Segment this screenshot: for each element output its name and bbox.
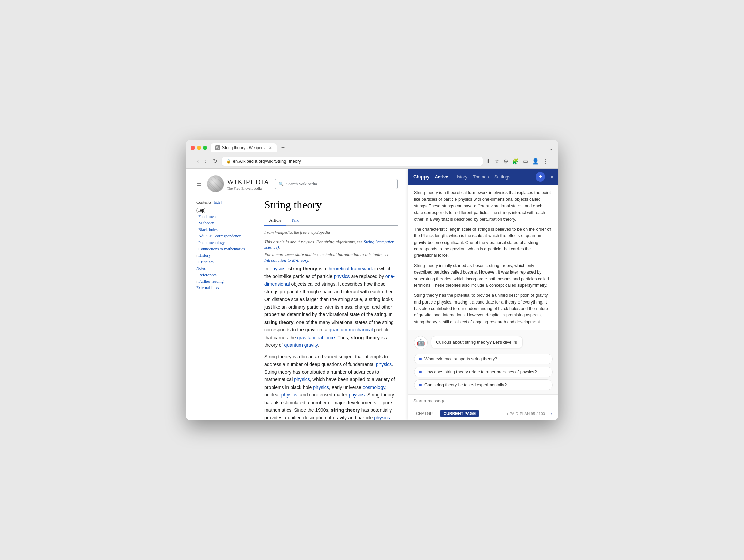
suggestion-button[interactable]: What evidence supports string theory? (414, 354, 553, 364)
toc-link[interactable]: External links (196, 285, 219, 290)
physics-link[interactable]: physics (294, 377, 310, 382)
toc-list: (Top)›Fundamentals›M-theory›Black holes›… (196, 207, 259, 291)
reload-button[interactable]: ↻ (212, 157, 219, 165)
chippy-tab-active[interactable]: Active (435, 174, 448, 180)
title-bar-top: W String theory - Wikipedia ✕ + ⌄ (191, 143, 553, 152)
translate-icon[interactable]: ⊕ (503, 158, 508, 165)
summary-paragraph: The characteristic length scale of strin… (414, 226, 553, 259)
string-algorithms-link[interactable]: String (computer science) (264, 239, 394, 250)
page-content: ☰ WIKIPEDIA The Free Encyclopedia 🔍 Sear… (186, 169, 558, 420)
sidebar-icon[interactable]: ▭ (523, 158, 528, 165)
cosmology-link[interactable]: cosmology (363, 385, 385, 390)
wiki-subtitle: The Free Encyclopedia (227, 186, 269, 190)
address-input[interactable]: 🔒 en.wikipedia.org/wiki/String_theory (222, 157, 483, 166)
more-icon[interactable]: ⋮ (543, 158, 548, 165)
summary-paragraph: String theory initially started as boson… (414, 263, 553, 289)
browser-actions: ⬆ ☆ ⊕ 🧩 ▭ 👤 ⋮ (486, 158, 548, 165)
share-icon[interactable]: ⬆ (486, 158, 491, 165)
toc-item[interactable]: ›References (196, 272, 259, 278)
tab-talk[interactable]: Talk (286, 216, 304, 226)
current-page-mode-button[interactable]: CURRENT PAGE (440, 410, 478, 417)
active-tab[interactable]: W String theory - Wikipedia ✕ (211, 143, 277, 152)
physics-link[interactable]: physics (374, 415, 390, 420)
toc-link[interactable]: Phenomenology (198, 240, 225, 245)
quantum-gravity-link[interactable]: quantum gravity (284, 342, 318, 348)
toc-link[interactable]: Black holes (198, 227, 217, 232)
toc-item[interactable]: ›History (196, 252, 259, 259)
article-from: From Wikipedia, the free encyclopedia (264, 230, 398, 235)
toc-link[interactable]: History (198, 253, 211, 258)
toc-expand-icon: › (196, 273, 197, 277)
send-button[interactable]: → (548, 410, 553, 417)
tab-bar: W String theory - Wikipedia ✕ + (211, 143, 545, 152)
toc-item[interactable]: ›Criticism (196, 259, 259, 265)
hamburger-menu[interactable]: ☰ (196, 180, 202, 188)
toc-link[interactable]: Connections to mathematics (198, 247, 245, 251)
toc-item[interactable]: ›Phenomenology (196, 239, 259, 246)
chippy-tab-themes[interactable]: Themes (473, 174, 489, 180)
chippy-collapse-button[interactable]: » (551, 174, 553, 180)
chippy-footer: CHATGPT CURRENT PAGE + PAID PLAN 95 / 10… (408, 407, 558, 420)
toc-link[interactable]: References (198, 273, 216, 277)
wiki-search[interactable]: 🔍 Search Wikipedia (275, 179, 398, 189)
toc-item[interactable]: External links (196, 285, 259, 291)
suggestion-button[interactable]: Can string theory be tested experimental… (414, 379, 553, 390)
toc-item[interactable]: ›Further reading (196, 278, 259, 285)
chippy-header: Chippy Active History Themes Settings + … (408, 169, 558, 185)
summary-paragraph: String theory has the potential to provi… (414, 292, 553, 325)
chippy-tab-settings[interactable]: Settings (494, 174, 510, 180)
chippy-tab-history[interactable]: History (453, 174, 467, 180)
chippy-greeting-bubble: Curious about string theory? Let's dive … (431, 336, 523, 348)
physics-link[interactable]: physics (334, 274, 350, 279)
toc-hide-link[interactable]: [hide] (213, 200, 222, 204)
one-dimensional-link[interactable]: one-dimensional (264, 274, 395, 286)
maximize-button[interactable] (203, 146, 207, 150)
tab-close-button[interactable]: ✕ (269, 146, 272, 150)
suggestions-list: What evidence supports string theory?How… (414, 354, 553, 390)
wiki-content: ☰ WIKIPEDIA The Free Encyclopedia 🔍 Sear… (186, 169, 408, 420)
toc-link[interactable]: AdS/CFT correspondence (198, 234, 241, 238)
physics-link[interactable]: physics (281, 392, 297, 398)
toc-link[interactable]: M-theory (198, 221, 214, 225)
physics-link[interactable]: physics (313, 385, 329, 390)
toc-item[interactable]: ›AdS/CFT correspondence (196, 233, 259, 239)
chippy-message-input[interactable] (413, 398, 553, 403)
toc-link[interactable]: Criticism (198, 260, 214, 264)
toc-link[interactable]: Notes (196, 266, 206, 271)
theoretical-framework-link[interactable]: theoretical framework (327, 266, 373, 271)
physics-link[interactable]: physics (376, 362, 392, 367)
physics-link[interactable]: physics (349, 392, 365, 398)
traffic-lights (191, 146, 207, 150)
close-button[interactable] (191, 146, 195, 150)
physics-link[interactable]: physics (270, 266, 286, 271)
toc-item[interactable]: ›Connections to mathematics (196, 246, 259, 252)
suggestion-text: Can string theory be tested experimental… (424, 383, 507, 387)
grav-force-link[interactable]: gravitational force (297, 335, 335, 340)
suggestion-text: How does string theory relate to other b… (424, 370, 537, 374)
toc-label: Contents (196, 200, 211, 205)
chippy-plus-button[interactable]: + (536, 172, 545, 182)
search-placeholder: Search Wikipedia (286, 181, 317, 187)
suggestion-button[interactable]: How does string theory relate to other b… (414, 367, 553, 377)
new-tab-button[interactable]: + (279, 144, 288, 152)
toc-item[interactable]: ›Black holes (196, 227, 259, 233)
toc-title: Contents [hide] (196, 200, 259, 205)
toc-link[interactable]: Further reading (198, 279, 223, 284)
toc-item[interactable]: (Top) (196, 207, 259, 214)
extensions-icon[interactable]: 🧩 (512, 158, 519, 165)
back-button[interactable]: ‹ (196, 158, 200, 165)
chatgpt-mode-button[interactable]: CHATGPT (413, 410, 438, 417)
forward-button[interactable]: › (203, 158, 208, 165)
tab-article[interactable]: Article (264, 216, 286, 226)
bookmark-icon[interactable]: ☆ (495, 158, 499, 165)
title-bar: W String theory - Wikipedia ✕ + ⌄ ‹ › ↻ … (186, 140, 558, 169)
intro-link[interactable]: Introduction to M-theory (264, 258, 308, 263)
minimize-button[interactable] (197, 146, 201, 150)
toc-item[interactable]: ›M-theory (196, 220, 259, 227)
plan-info: + PAID PLAN 95 / 100 (506, 411, 545, 416)
toc-item[interactable]: Notes (196, 265, 259, 272)
qm-link[interactable]: quantum mechanical (329, 327, 373, 332)
toc-item[interactable]: ›Fundamentals (196, 214, 259, 220)
profile-icon[interactable]: 👤 (532, 158, 539, 165)
toc-link[interactable]: Fundamentals (198, 214, 221, 219)
